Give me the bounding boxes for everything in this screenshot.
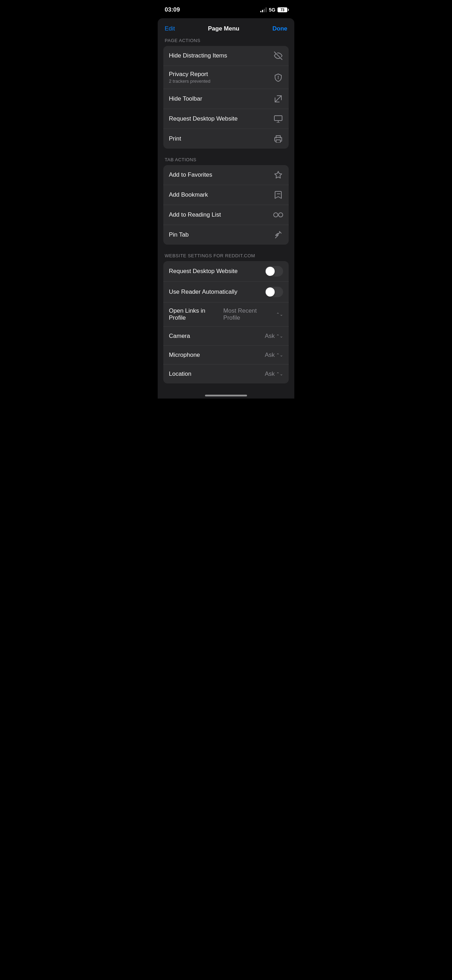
privacy-report-title: Privacy Report	[169, 71, 210, 78]
page-menu-content: Edit Page Menu Done PAGE ACTIONS Hide Di…	[158, 18, 294, 399]
page-actions-group: Hide Distracting Items Privacy Report 2 …	[163, 46, 289, 149]
list-item[interactable]: Hide Toolbar	[163, 89, 289, 109]
add-bookmark-left: Add Bookmark	[169, 191, 208, 198]
list-item[interactable]: Add to Reading List	[163, 205, 289, 225]
hide-toolbar-title: Hide Toolbar	[169, 95, 202, 102]
hide-toolbar-left: Hide Toolbar	[169, 95, 202, 102]
arrows-icon	[273, 94, 283, 104]
camera-selector[interactable]: Ask ⌃⌄	[265, 332, 283, 340]
done-button[interactable]: Done	[272, 25, 287, 32]
list-item[interactable]: Request Desktop Website	[163, 261, 289, 282]
print-title: Print	[169, 135, 181, 142]
camera-title: Camera	[169, 332, 190, 340]
chevron-updown-icon: ⌃⌄	[276, 372, 283, 376]
shield-icon	[273, 73, 283, 83]
page-menu-header: Edit Page Menu Done	[158, 18, 294, 38]
open-links-title: Open Links in Profile	[169, 307, 223, 321]
hide-distracting-title: Hide Distracting Items	[169, 52, 227, 59]
camera-value: Ask	[265, 332, 275, 340]
add-reading-left: Add to Reading List	[169, 212, 221, 218]
chevron-updown-icon: ⌃⌄	[276, 353, 283, 358]
tab-actions-section: TAB ACTIONS Add to Favorites Add Bookmar…	[163, 157, 289, 245]
svg-line-3	[275, 96, 282, 102]
microphone-value: Ask	[265, 352, 275, 359]
location-selector[interactable]: Ask ⌃⌄	[265, 371, 283, 377]
toggle-knob	[266, 267, 275, 276]
chevron-updown-icon: ⌃⌄	[276, 334, 283, 339]
list-item[interactable]: Microphone Ask ⌃⌄	[163, 345, 289, 364]
open-links-value: Most Recent Profile	[223, 307, 275, 321]
bookmark-icon	[273, 190, 283, 200]
svg-marker-8	[275, 172, 282, 178]
request-desktop-left: Request Desktop Website	[169, 115, 237, 123]
add-bookmark-title: Add Bookmark	[169, 191, 208, 198]
network-type: 5G	[269, 7, 275, 13]
list-item[interactable]: Print	[163, 129, 289, 149]
signal-bars-icon	[260, 7, 267, 12]
print-icon	[273, 134, 283, 144]
page-menu-title: Page Menu	[208, 25, 240, 32]
monitor-icon	[273, 114, 283, 124]
home-bar	[205, 395, 247, 396]
website-settings-group: Request Desktop Website Use Reader Autom…	[163, 261, 289, 383]
privacy-report-subtitle: 2 trackers prevented	[169, 78, 210, 84]
list-item[interactable]: Open Links in Profile Most Recent Profil…	[163, 302, 289, 327]
add-favorites-left: Add to Favorites	[169, 172, 212, 178]
hide-distracting-left: Hide Distracting Items	[169, 52, 227, 59]
status-time: 03:09	[165, 6, 180, 13]
svg-rect-7	[276, 140, 280, 143]
chevron-updown-icon: ⌃⌄	[276, 312, 283, 317]
request-desktop-toggle[interactable]	[265, 266, 283, 277]
pin-tab-left: Pin Tab	[169, 231, 188, 238]
edit-button[interactable]: Edit	[165, 25, 175, 32]
status-icons: 5G 73	[260, 7, 287, 13]
website-settings-section: WEBSITE SETTINGS FOR REDDIT.COM Request …	[163, 253, 289, 383]
request-desktop-setting-title: Request Desktop Website	[169, 268, 237, 275]
svg-point-2	[278, 78, 279, 78]
reading-list-icon	[273, 210, 283, 220]
add-reading-title: Add to Reading List	[169, 212, 221, 218]
list-item[interactable]: Add to Favorites	[163, 165, 289, 185]
open-links-selector[interactable]: Most Recent Profile ⌃⌄	[223, 307, 283, 321]
tab-actions-label: TAB ACTIONS	[163, 157, 289, 162]
microphone-selector[interactable]: Ask ⌃⌄	[265, 352, 283, 359]
add-favorites-title: Add to Favorites	[169, 172, 212, 178]
list-item[interactable]: Add Bookmark	[163, 185, 289, 205]
microphone-title: Microphone	[169, 352, 200, 359]
privacy-report-left: Privacy Report 2 trackers prevented	[169, 71, 210, 84]
list-item[interactable]: Location Ask ⌃⌄	[163, 364, 289, 383]
svg-rect-4	[274, 116, 282, 121]
svg-point-11	[279, 213, 283, 217]
list-item[interactable]: Pin Tab	[163, 225, 289, 245]
use-reader-title: Use Reader Automatically	[169, 288, 237, 296]
website-settings-label: WEBSITE SETTINGS FOR REDDIT.COM	[163, 253, 289, 258]
list-item[interactable]: Camera Ask ⌃⌄	[163, 327, 289, 345]
location-title: Location	[169, 371, 191, 377]
page-actions-label: PAGE ACTIONS	[163, 38, 289, 43]
svg-point-10	[274, 213, 278, 217]
list-item[interactable]: Request Desktop Website	[163, 109, 289, 129]
request-desktop-title: Request Desktop Website	[169, 115, 237, 123]
print-left: Print	[169, 135, 181, 142]
list-item[interactable]: Hide Distracting Items	[163, 46, 289, 66]
list-item[interactable]: Use Reader Automatically	[163, 282, 289, 302]
tab-actions-group: Add to Favorites Add Bookmark	[163, 165, 289, 245]
location-value: Ask	[265, 371, 275, 377]
battery-container: 73	[277, 7, 287, 12]
pin-icon	[273, 230, 283, 240]
status-bar: 03:09 5G 73	[158, 0, 294, 18]
eye-slash-icon	[273, 51, 283, 60]
star-icon	[273, 170, 283, 180]
battery-icon: 73	[277, 7, 287, 12]
list-item[interactable]: Privacy Report 2 trackers prevented	[163, 66, 289, 89]
page-actions-section: PAGE ACTIONS Hide Distracting Items	[163, 38, 289, 149]
home-indicator	[158, 392, 294, 399]
toggle-knob	[266, 287, 275, 296]
use-reader-toggle[interactable]	[265, 287, 283, 297]
pin-tab-title: Pin Tab	[169, 231, 188, 238]
